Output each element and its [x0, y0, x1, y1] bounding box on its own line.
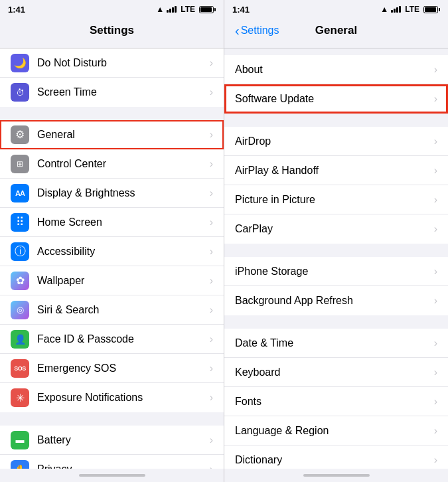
back-label: Settings	[241, 25, 279, 37]
gap-g4	[224, 315, 448, 329]
exposure-label: Exposure Notifications	[37, 392, 210, 404]
airdrop-label: AirDrop	[235, 135, 434, 147]
siri-label: Siri & Search	[37, 304, 210, 316]
battery-left	[199, 6, 216, 13]
chevron-right-icon: ›	[434, 165, 437, 177]
chevron-right-icon: ›	[210, 158, 213, 170]
lte-label-right: LTE	[405, 5, 419, 14]
settings-title: Settings	[90, 24, 134, 37]
chevron-right-icon: ›	[210, 304, 213, 316]
row-general[interactable]: ⚙ General ›	[0, 120, 224, 149]
chevron-right-icon: ›	[210, 246, 213, 258]
row-control-center[interactable]: ⊞ Control Center ›	[0, 149, 224, 179]
row-dictionary[interactable]: Dictionary ›	[224, 445, 448, 469]
chevron-right-icon: ›	[434, 93, 437, 105]
chevron-right-icon: ›	[434, 194, 437, 206]
location-icon-left: ▲	[156, 5, 164, 14]
gap2	[0, 412, 224, 426]
battery-label: Battery	[37, 434, 210, 446]
status-icons-right: ▲ LTE	[380, 5, 440, 14]
settings-header: Settings	[0, 19, 224, 48]
row-face-id[interactable]: 👤 Face ID & Passcode ›	[0, 325, 224, 354]
chevron-right-icon: ›	[210, 129, 213, 141]
lte-label-left: LTE	[181, 5, 195, 14]
row-about[interactable]: About ›	[224, 55, 448, 84]
row-background-refresh[interactable]: Background App Refresh ›	[224, 286, 448, 315]
wallpaper-label: Wallpaper	[37, 275, 210, 287]
general-list[interactable]: About › Software Update › AirDrop › AirP…	[224, 48, 448, 469]
row-emergency-sos[interactable]: SOS Emergency SOS ›	[0, 354, 224, 383]
general-icon: ⚙	[11, 125, 29, 144]
gap-top	[224, 48, 448, 55]
row-display-brightness[interactable]: AA Display & Brightness ›	[0, 179, 224, 208]
row-screen-time[interactable]: ⏱ Screen Time ›	[0, 78, 224, 107]
row-do-not-disturb[interactable]: 🌙 Do Not Disturb ›	[0, 48, 224, 78]
picture-in-picture-label: Picture in Picture	[235, 194, 434, 206]
row-home-screen[interactable]: ⠿ Home Screen ›	[0, 208, 224, 237]
screen-time-label: Screen Time	[37, 86, 210, 98]
signal-left	[167, 6, 177, 13]
chevron-right-icon: ›	[210, 463, 213, 469]
battery-icon: ▬	[11, 431, 29, 449]
gap-g2	[224, 114, 448, 127]
chevron-right-icon: ›	[210, 86, 213, 98]
dictionary-label: Dictionary	[235, 454, 434, 466]
control-center-icon: ⊞	[11, 155, 29, 173]
row-keyboard[interactable]: Keyboard ›	[224, 358, 448, 387]
row-language-region[interactable]: Language & Region ›	[224, 416, 448, 445]
chevron-right-icon: ›	[210, 187, 213, 199]
privacy-label: Privacy	[37, 463, 210, 469]
wallpaper-icon: ✿	[11, 272, 29, 290]
language-region-label: Language & Region	[235, 425, 434, 437]
home-screen-icon: ⠿	[11, 213, 29, 232]
software-update-label: Software Update	[235, 93, 434, 105]
home-screen-label: Home Screen	[37, 216, 210, 228]
chevron-right-icon: ›	[434, 295, 437, 307]
row-software-update[interactable]: Software Update ›	[224, 84, 448, 114]
status-icons-left: ▲ LTE	[156, 5, 216, 14]
row-iphone-storage[interactable]: iPhone Storage ›	[224, 257, 448, 286]
gap-g3	[224, 244, 448, 257]
row-picture-in-picture[interactable]: Picture in Picture ›	[224, 185, 448, 214]
general-header: ‹ Settings General	[224, 19, 448, 48]
chevron-right-icon: ›	[434, 223, 437, 235]
chevron-right-icon: ›	[210, 57, 213, 69]
row-accessibility[interactable]: ⓘ Accessibility ›	[0, 237, 224, 266]
accessibility-label: Accessibility	[37, 246, 210, 258]
accessibility-icon: ⓘ	[11, 242, 29, 261]
row-carplay[interactable]: CarPlay ›	[224, 214, 448, 244]
iphone-storage-label: iPhone Storage	[235, 266, 434, 278]
row-privacy[interactable]: ✋ Privacy ›	[0, 455, 224, 469]
row-exposure[interactable]: ✳ Exposure Notifications ›	[0, 383, 224, 412]
row-fonts[interactable]: Fonts ›	[224, 387, 448, 416]
row-airdrop[interactable]: AirDrop ›	[224, 127, 448, 156]
settings-list[interactable]: 🌙 Do Not Disturb › ⏱ Screen Time › ⚙ Gen…	[0, 48, 224, 469]
time-left: 1:41	[8, 5, 25, 15]
chevron-right-icon: ›	[434, 266, 437, 278]
fonts-label: Fonts	[235, 396, 434, 408]
emergency-sos-icon: SOS	[11, 359, 29, 378]
row-date-time[interactable]: Date & Time ›	[224, 329, 448, 358]
general-panel: 1:41 ▲ LTE ‹ Settings Gen	[224, 0, 448, 482]
about-label: About	[235, 64, 434, 76]
back-button[interactable]: ‹ Settings	[235, 23, 279, 39]
chevron-right-icon: ›	[210, 333, 213, 345]
row-wallpaper[interactable]: ✿ Wallpaper ›	[0, 266, 224, 295]
chevron-right-icon: ›	[434, 454, 437, 466]
face-id-icon: 👤	[11, 330, 29, 349]
section-storage: iPhone Storage › Background App Refresh …	[224, 257, 448, 315]
section-general: ⚙ General › ⊞ Control Center › AA Displa…	[0, 120, 224, 412]
exposure-icon: ✳	[11, 388, 29, 407]
chevron-right-icon: ›	[210, 275, 213, 287]
row-battery[interactable]: ▬ Battery ›	[0, 426, 224, 455]
chevron-right-icon: ›	[210, 434, 213, 446]
chevron-right-icon: ›	[210, 362, 213, 374]
section-locale: Date & Time › Keyboard › Fonts › Languag…	[224, 329, 448, 469]
chevron-right-icon: ›	[434, 366, 437, 378]
time-right: 1:41	[232, 5, 250, 15]
row-siri[interactable]: ◎ Siri & Search ›	[0, 295, 224, 325]
row-airplay-handoff[interactable]: AirPlay & Handoff ›	[224, 156, 448, 185]
screen-time-icon: ⏱	[11, 83, 29, 102]
status-bar-right: 1:41 ▲ LTE	[224, 0, 448, 19]
privacy-icon: ✋	[11, 460, 29, 469]
